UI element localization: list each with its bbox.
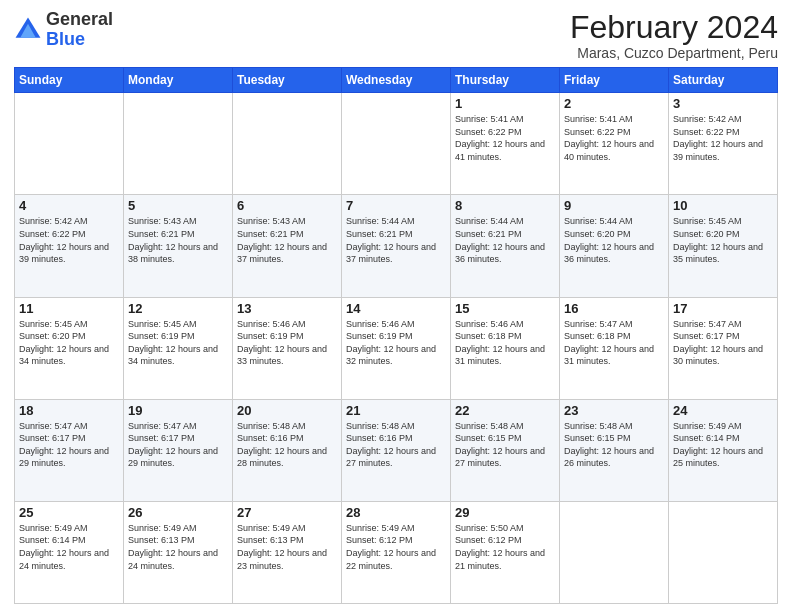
day-info: Sunrise: 5:45 AM Sunset: 6:19 PM Dayligh… [128,318,228,368]
calendar-cell: 24Sunrise: 5:49 AM Sunset: 6:14 PM Dayli… [669,399,778,501]
calendar-cell: 2Sunrise: 5:41 AM Sunset: 6:22 PM Daylig… [560,93,669,195]
day-number: 13 [237,301,337,316]
day-number: 14 [346,301,446,316]
calendar-header-tuesday: Tuesday [233,68,342,93]
calendar-cell: 28Sunrise: 5:49 AM Sunset: 6:12 PM Dayli… [342,501,451,603]
day-info: Sunrise: 5:42 AM Sunset: 6:22 PM Dayligh… [673,113,773,163]
calendar-cell: 19Sunrise: 5:47 AM Sunset: 6:17 PM Dayli… [124,399,233,501]
calendar-cell: 20Sunrise: 5:48 AM Sunset: 6:16 PM Dayli… [233,399,342,501]
calendar-cell: 13Sunrise: 5:46 AM Sunset: 6:19 PM Dayli… [233,297,342,399]
calendar-cell: 8Sunrise: 5:44 AM Sunset: 6:21 PM Daylig… [451,195,560,297]
logo-icon [14,16,42,44]
day-info: Sunrise: 5:43 AM Sunset: 6:21 PM Dayligh… [128,215,228,265]
day-info: Sunrise: 5:42 AM Sunset: 6:22 PM Dayligh… [19,215,119,265]
calendar-header-wednesday: Wednesday [342,68,451,93]
calendar-cell: 3Sunrise: 5:42 AM Sunset: 6:22 PM Daylig… [669,93,778,195]
calendar-cell: 23Sunrise: 5:48 AM Sunset: 6:15 PM Dayli… [560,399,669,501]
calendar-cell: 29Sunrise: 5:50 AM Sunset: 6:12 PM Dayli… [451,501,560,603]
day-number: 2 [564,96,664,111]
day-info: Sunrise: 5:46 AM Sunset: 6:18 PM Dayligh… [455,318,555,368]
calendar-header-friday: Friday [560,68,669,93]
day-number: 28 [346,505,446,520]
calendar-cell: 9Sunrise: 5:44 AM Sunset: 6:20 PM Daylig… [560,195,669,297]
logo-text: General Blue [46,10,113,50]
day-number: 5 [128,198,228,213]
calendar-cell: 6Sunrise: 5:43 AM Sunset: 6:21 PM Daylig… [233,195,342,297]
calendar-week-4: 18Sunrise: 5:47 AM Sunset: 6:17 PM Dayli… [15,399,778,501]
calendar-cell: 12Sunrise: 5:45 AM Sunset: 6:19 PM Dayli… [124,297,233,399]
day-number: 24 [673,403,773,418]
day-info: Sunrise: 5:49 AM Sunset: 6:14 PM Dayligh… [673,420,773,470]
day-info: Sunrise: 5:44 AM Sunset: 6:20 PM Dayligh… [564,215,664,265]
calendar-week-3: 11Sunrise: 5:45 AM Sunset: 6:20 PM Dayli… [15,297,778,399]
day-info: Sunrise: 5:49 AM Sunset: 6:13 PM Dayligh… [237,522,337,572]
calendar-cell: 5Sunrise: 5:43 AM Sunset: 6:21 PM Daylig… [124,195,233,297]
calendar-cell: 26Sunrise: 5:49 AM Sunset: 6:13 PM Dayli… [124,501,233,603]
day-info: Sunrise: 5:43 AM Sunset: 6:21 PM Dayligh… [237,215,337,265]
day-number: 20 [237,403,337,418]
day-info: Sunrise: 5:46 AM Sunset: 6:19 PM Dayligh… [346,318,446,368]
logo-general: General [46,9,113,29]
day-number: 25 [19,505,119,520]
calendar-cell: 7Sunrise: 5:44 AM Sunset: 6:21 PM Daylig… [342,195,451,297]
calendar-header-thursday: Thursday [451,68,560,93]
day-number: 29 [455,505,555,520]
day-info: Sunrise: 5:50 AM Sunset: 6:12 PM Dayligh… [455,522,555,572]
day-info: Sunrise: 5:41 AM Sunset: 6:22 PM Dayligh… [564,113,664,163]
day-number: 11 [19,301,119,316]
day-number: 8 [455,198,555,213]
calendar-cell [669,501,778,603]
calendar-cell: 10Sunrise: 5:45 AM Sunset: 6:20 PM Dayli… [669,195,778,297]
day-number: 3 [673,96,773,111]
day-number: 10 [673,198,773,213]
day-info: Sunrise: 5:47 AM Sunset: 6:17 PM Dayligh… [673,318,773,368]
day-number: 15 [455,301,555,316]
calendar-cell: 1Sunrise: 5:41 AM Sunset: 6:22 PM Daylig… [451,93,560,195]
day-info: Sunrise: 5:48 AM Sunset: 6:15 PM Dayligh… [564,420,664,470]
calendar-header-row: SundayMondayTuesdayWednesdayThursdayFrid… [15,68,778,93]
calendar-cell: 4Sunrise: 5:42 AM Sunset: 6:22 PM Daylig… [15,195,124,297]
calendar-cell: 25Sunrise: 5:49 AM Sunset: 6:14 PM Dayli… [15,501,124,603]
title-block: February 2024 Maras, Cuzco Department, P… [570,10,778,61]
calendar-cell: 18Sunrise: 5:47 AM Sunset: 6:17 PM Dayli… [15,399,124,501]
calendar: SundayMondayTuesdayWednesdayThursdayFrid… [14,67,778,604]
logo-blue: Blue [46,29,85,49]
day-info: Sunrise: 5:45 AM Sunset: 6:20 PM Dayligh… [19,318,119,368]
day-info: Sunrise: 5:46 AM Sunset: 6:19 PM Dayligh… [237,318,337,368]
day-info: Sunrise: 5:41 AM Sunset: 6:22 PM Dayligh… [455,113,555,163]
day-info: Sunrise: 5:49 AM Sunset: 6:13 PM Dayligh… [128,522,228,572]
calendar-cell [124,93,233,195]
calendar-week-5: 25Sunrise: 5:49 AM Sunset: 6:14 PM Dayli… [15,501,778,603]
day-info: Sunrise: 5:49 AM Sunset: 6:14 PM Dayligh… [19,522,119,572]
calendar-cell: 14Sunrise: 5:46 AM Sunset: 6:19 PM Dayli… [342,297,451,399]
calendar-cell: 11Sunrise: 5:45 AM Sunset: 6:20 PM Dayli… [15,297,124,399]
calendar-cell: 16Sunrise: 5:47 AM Sunset: 6:18 PM Dayli… [560,297,669,399]
day-number: 17 [673,301,773,316]
calendar-cell: 27Sunrise: 5:49 AM Sunset: 6:13 PM Dayli… [233,501,342,603]
calendar-cell: 21Sunrise: 5:48 AM Sunset: 6:16 PM Dayli… [342,399,451,501]
logo: General Blue [14,10,113,50]
day-number: 27 [237,505,337,520]
calendar-cell: 15Sunrise: 5:46 AM Sunset: 6:18 PM Dayli… [451,297,560,399]
day-number: 18 [19,403,119,418]
day-number: 6 [237,198,337,213]
day-info: Sunrise: 5:47 AM Sunset: 6:17 PM Dayligh… [19,420,119,470]
calendar-header-saturday: Saturday [669,68,778,93]
day-info: Sunrise: 5:47 AM Sunset: 6:18 PM Dayligh… [564,318,664,368]
day-number: 19 [128,403,228,418]
header: General Blue February 2024 Maras, Cuzco … [14,10,778,61]
month-title: February 2024 [570,10,778,45]
day-info: Sunrise: 5:48 AM Sunset: 6:15 PM Dayligh… [455,420,555,470]
day-number: 21 [346,403,446,418]
calendar-week-1: 1Sunrise: 5:41 AM Sunset: 6:22 PM Daylig… [15,93,778,195]
day-info: Sunrise: 5:49 AM Sunset: 6:12 PM Dayligh… [346,522,446,572]
day-number: 26 [128,505,228,520]
day-info: Sunrise: 5:44 AM Sunset: 6:21 PM Dayligh… [346,215,446,265]
calendar-cell [560,501,669,603]
day-info: Sunrise: 5:45 AM Sunset: 6:20 PM Dayligh… [673,215,773,265]
day-number: 22 [455,403,555,418]
subtitle: Maras, Cuzco Department, Peru [570,45,778,61]
day-number: 9 [564,198,664,213]
calendar-cell [233,93,342,195]
day-number: 23 [564,403,664,418]
